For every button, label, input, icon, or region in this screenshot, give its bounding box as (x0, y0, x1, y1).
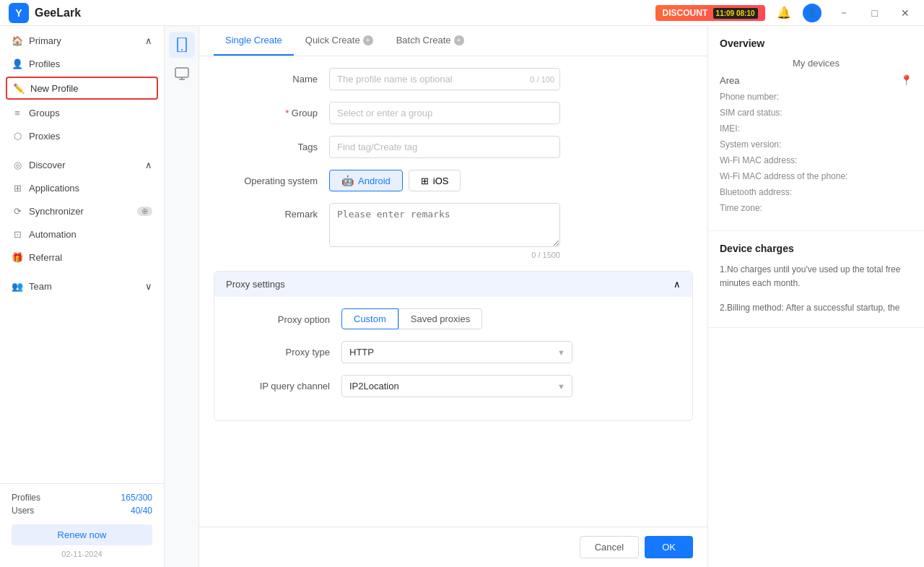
discount-time: 11:09 08:10 (713, 8, 758, 19)
proxy-header[interactable]: Proxy settings ∧ (214, 272, 692, 297)
bluetooth-row: Bluetooth address: (720, 187, 912, 197)
proxy-section: Proxy settings ∧ Proxy option Custom Sav… (214, 271, 693, 421)
proxy-option-label: Proxy option (226, 308, 341, 325)
proxy-type-select[interactable]: HTTP HTTPS SOCKS5 No proxy (341, 341, 572, 363)
ip-channel-row: IP query channel IP2Location IP-API IPin… (226, 375, 681, 397)
quick-create-label: Quick Create (305, 35, 360, 46)
remark-label: Remark (214, 203, 329, 220)
svg-rect-2 (175, 68, 188, 77)
group-label: * Group (214, 102, 329, 118)
wifi-mac-row: Wi-Fi MAC address: (720, 155, 912, 165)
tags-field-row: Tags (214, 136, 693, 158)
notification-icon[interactable]: 🔔 (777, 6, 791, 20)
location-icon[interactable]: 📍 (900, 74, 912, 86)
imei-row: IMEI: (720, 124, 912, 134)
proxy-type-row: Proxy type HTTP HTTPS SOCKS5 No proxy ▼ (226, 341, 681, 363)
team-header[interactable]: 👥 Team ∨ (0, 274, 164, 298)
tab-single-create[interactable]: Single Create (214, 26, 294, 56)
charges-text-1: 1.No charges until you've used up the to… (720, 263, 912, 290)
sidebar-footer: Profiles 165/300 Users 40/40 Renew now 0… (0, 483, 164, 567)
new-profile-label: New Profile (30, 83, 78, 94)
android-icon: 🤖 (341, 175, 354, 186)
remark-textarea[interactable] (329, 203, 560, 247)
tab-batch-create[interactable]: Batch Create + (385, 26, 476, 56)
name-input-wrap: 0 / 100 (329, 68, 560, 90)
ip-channel-select[interactable]: IP2Location IP-API IPinfo (341, 375, 572, 397)
sidebar-item-groups[interactable]: ≡ Groups (0, 101, 164, 124)
app-icon: ⊞ (12, 182, 23, 194)
tabs-bar: Single Create Quick Create + Batch Creat… (199, 26, 707, 56)
sidebar-item-new-profile[interactable]: ✏️ New Profile (6, 77, 158, 100)
action-bar: Cancel OK (199, 527, 707, 567)
ok-button[interactable]: OK (645, 536, 693, 558)
area-label: Area (720, 75, 739, 86)
form-area: Name 0 / 100 * Group Tags (199, 56, 707, 527)
sidebar-item-synchronizer[interactable]: ⟳ Synchronizer ⊕ (0, 199, 164, 222)
discover-section: ◎ Discover ∧ ⊞ Applications ⟳ Synchroniz… (0, 150, 164, 272)
group-input[interactable] (329, 102, 560, 124)
remark-field-row: Remark 0 / 1500 (214, 203, 693, 259)
primary-label: Primary (29, 35, 61, 46)
sidebar-item-referral[interactable]: 🎁 Referral (0, 246, 164, 269)
sidebar-item-profiles[interactable]: 👤 Profiles (0, 52, 164, 75)
tags-label: Tags (214, 136, 329, 152)
ios-button[interactable]: ⊞ iOS (409, 170, 461, 191)
discount-text: DISCOUNT (663, 8, 708, 18)
discover-label: Discover (29, 160, 66, 170)
area-row: Area 📍 (720, 74, 912, 86)
team-icon: 👥 (12, 280, 23, 292)
proxy-type-control: HTTP HTTPS SOCKS5 No proxy ▼ (341, 341, 572, 363)
custom-proxy-button[interactable]: Custom (341, 308, 398, 329)
primary-chevron-icon: ∧ (145, 35, 152, 46)
applications-label: Applications (29, 183, 79, 194)
ip-channel-select-wrap: IP2Location IP-API IPinfo ▼ (341, 375, 572, 397)
discover-header[interactable]: ◎ Discover ∧ (0, 153, 164, 176)
logo-icon: Y (9, 3, 29, 23)
desktop-device-icon[interactable] (169, 61, 195, 87)
os-field-row: Operating system 🤖 Android ⊞ iOS (214, 170, 693, 191)
groups-label: Groups (29, 108, 60, 118)
profiles-label: Profiles (29, 59, 60, 69)
remark-control: 0 / 1500 (329, 203, 560, 259)
proxy-body: Proxy option Custom Saved proxies Proxy … (214, 297, 692, 420)
name-control: 0 / 100 (329, 68, 560, 90)
android-button[interactable]: 🤖 Android (329, 170, 403, 191)
minimize-button[interactable]: － (833, 4, 855, 22)
tab-quick-create[interactable]: Quick Create + (294, 26, 385, 56)
mobile-device-icon[interactable] (169, 32, 195, 58)
close-button[interactable]: ✕ (895, 4, 915, 22)
sim-status-label: SIM card status: (720, 108, 783, 118)
my-devices-label: My devices (720, 58, 912, 69)
renew-button[interactable]: Renew now (12, 524, 152, 545)
name-input[interactable] (329, 68, 560, 90)
sidebar-item-proxies[interactable]: ⬡ Proxies (0, 124, 164, 147)
sync-icon: ⟳ (12, 205, 23, 217)
users-stat-label: Users (12, 506, 34, 516)
name-field-row: Name 0 / 100 (214, 68, 693, 90)
sidebar-item-applications[interactable]: ⊞ Applications (0, 176, 164, 199)
remark-char-count: 0 / 1500 (329, 251, 560, 259)
system-version-row: System version: (720, 139, 912, 150)
phone-number-label: Phone number: (720, 92, 779, 102)
cancel-button[interactable]: Cancel (580, 536, 639, 558)
user-avatar[interactable]: 👤 (803, 4, 821, 22)
discount-badge[interactable]: DISCOUNT 11:09 08:10 (655, 5, 765, 21)
tags-input[interactable] (329, 136, 560, 158)
os-buttons: 🤖 Android ⊞ iOS (329, 170, 560, 191)
proxy-option-buttons: Custom Saved proxies (341, 308, 572, 329)
maximize-button[interactable]: □ (866, 4, 884, 22)
logo-name: GeeLark (35, 7, 81, 20)
saved-proxies-button[interactable]: Saved proxies (398, 308, 482, 329)
overview-title: Overview (720, 38, 912, 49)
primary-header[interactable]: 🏠 Primary ∧ (0, 29, 164, 52)
charges-section: Device charges 1.No charges until you've… (708, 231, 924, 328)
ios-icon: ⊞ (421, 176, 429, 186)
right-panel: Overview My devices Area 📍 Phone number:… (707, 26, 924, 567)
group-control (329, 102, 560, 124)
sync-badge: ⊕ (137, 207, 152, 216)
sidebar-item-automation[interactable]: ⊡ Automation (0, 222, 164, 246)
team-label: Team (29, 281, 52, 292)
wifi-mac-phone-row: Wi-Fi MAC address of the phone: (720, 171, 912, 181)
charges-text-2: 2.Billing method: After a successful sta… (720, 301, 912, 315)
main-layout: 🏠 Primary ∧ 👤 Profiles ✏️ New Profile ≡ … (0, 26, 924, 567)
